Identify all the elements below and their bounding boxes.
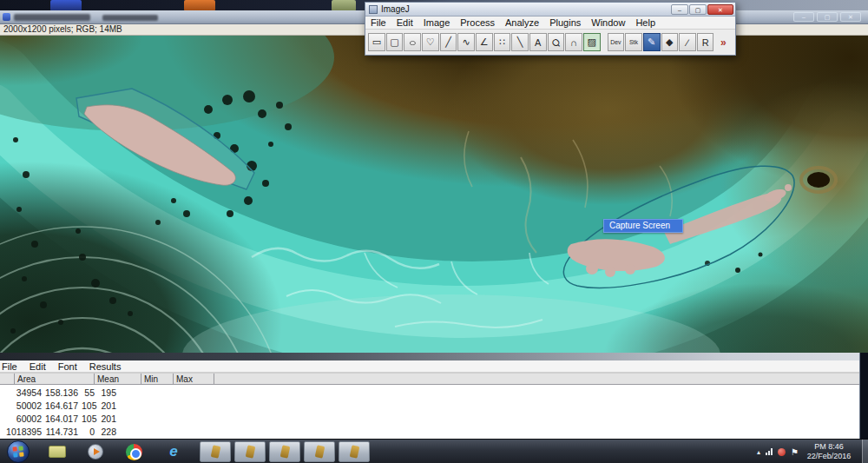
system-tray: ▴ ⚑ — [757, 440, 799, 463]
chrome-icon — [126, 444, 142, 460]
taskbar-app-window-button[interactable] — [234, 441, 266, 462]
taskbar-clock[interactable]: PM 8:46 22/Feb/2016 — [802, 442, 856, 461]
pencil-tool-icon[interactable]: ✎ — [643, 33, 661, 51]
menu-process[interactable]: Process — [455, 17, 500, 28]
segmented-line-tool-icon[interactable]: ∿ — [457, 33, 475, 51]
column-header-mean[interactable]: Mean — [95, 374, 141, 384]
oval-tool-icon[interactable]: ○ — [404, 33, 421, 51]
media-player-icon — [88, 444, 103, 460]
menu-file[interactable]: File — [365, 17, 391, 28]
freehand-tool-icon[interactable]: ♡ — [422, 33, 439, 51]
imagej-title: ImageJ — [381, 4, 410, 14]
results-menu-results[interactable]: Results — [83, 361, 128, 372]
table-row[interactable]: 34954 158.136 55 195 — [0, 387, 859, 400]
minimize-button[interactable]: – — [671, 4, 688, 15]
taskbar-libraries-button[interactable] — [42, 442, 73, 461]
minimize-button[interactable]: – — [793, 12, 814, 22]
imagej-app-icon — [210, 445, 220, 459]
menu-image[interactable]: Image — [418, 17, 456, 28]
internet-explorer-icon: e — [169, 443, 177, 460]
results-titlebar[interactable] — [0, 353, 859, 360]
folder-icon — [49, 446, 66, 458]
lut-tool-icon[interactable]: R — [697, 33, 714, 51]
tray-expand-icon[interactable]: ▴ — [757, 448, 760, 456]
taskbar-media-player-button[interactable] — [80, 442, 111, 461]
wand-tool-icon[interactable]: ╲ — [511, 33, 529, 51]
taskbar-app-window-button[interactable] — [339, 441, 370, 462]
angle-tool-icon[interactable]: ∠ — [476, 33, 493, 51]
color-picker-tool-icon[interactable]: ▨ — [583, 33, 601, 51]
image-window-title-blur — [102, 15, 158, 21]
start-button[interactable] — [7, 440, 30, 463]
brush-tool-icon[interactable]: ∕ — [679, 33, 696, 51]
stacks-menu-tool[interactable]: Stk — [625, 33, 642, 51]
table-row[interactable]: 1018395 114.731 0 228 — [0, 427, 859, 439]
taskbar-app-window-button[interactable] — [200, 441, 231, 462]
menu-help[interactable]: Help — [630, 17, 661, 28]
image-window-icon — [3, 13, 10, 21]
more-tools-icon[interactable]: » — [714, 33, 732, 51]
taskbar-chrome-button[interactable] — [118, 442, 149, 461]
reef-satellite-image — [0, 36, 868, 353]
menu-edit[interactable]: Edit — [391, 17, 418, 28]
table-row[interactable]: 50002 164.617 105 201 — [0, 400, 859, 413]
results-menu-edit[interactable]: Edit — [23, 361, 52, 372]
clock-date: 22/Feb/2016 — [802, 452, 856, 461]
dev-menu-tool[interactable]: Dev — [608, 33, 625, 51]
results-table-header: Area Mean Min Max — [0, 373, 859, 385]
column-header-index[interactable] — [0, 374, 15, 384]
image-window-title-blur — [14, 14, 90, 21]
point-tool-icon[interactable]: ∷ — [494, 33, 511, 51]
column-header-min[interactable]: Min — [141, 374, 174, 384]
clock-time: PM 8:46 — [802, 442, 856, 452]
satellite-image-window: – ▢ ✕ 2000x1200 pixels; RGB; 14MB — [0, 10, 868, 353]
imagej-app-icon — [279, 445, 290, 459]
results-menubar: File Edit Font Results — [0, 360, 859, 373]
imagej-window-controls: – ▢ ✕ — [671, 4, 733, 15]
taskbar-app-window-button[interactable] — [269, 441, 300, 462]
column-header-area[interactable]: Area — [15, 374, 95, 384]
capture-screen-label[interactable]: Capture Screen — [603, 219, 683, 233]
hand-tool-icon[interactable]: ∩ — [565, 33, 582, 51]
results-menu-file[interactable]: File — [0, 361, 23, 372]
rounded-rectangle-tool-icon[interactable]: ▢ — [386, 33, 404, 51]
column-header-max[interactable]: Max — [174, 374, 214, 384]
windows-logo-icon — [12, 446, 23, 457]
imagej-icon — [369, 5, 378, 14]
taskbar: e ▴ ⚑ PM 8:46 22/Feb/2016 — [0, 439, 868, 463]
menu-analyze[interactable]: Analyze — [500, 17, 544, 28]
results-menu-font[interactable]: Font — [52, 361, 83, 372]
reef-eye-spot — [807, 172, 830, 188]
maximize-button[interactable]: ▢ — [689, 4, 707, 15]
results-table-body: 34954 158.136 55 195 50002 164.617 105 2… — [0, 385, 859, 439]
text-tool-icon[interactable]: A — [529, 33, 547, 51]
close-button[interactable]: ✕ — [840, 12, 861, 22]
rectangle-tool-icon[interactable]: ▭ — [368, 33, 385, 51]
desktop-screen: – ▢ ✕ 2000x1200 pixels; RGB; 14MB — [0, 0, 868, 463]
image-window-controls: – ▢ ✕ — [793, 12, 861, 22]
show-desktop-button[interactable] — [862, 440, 868, 463]
imagej-window: ImageJ – ▢ ✕ File Edit Image Process Ana… — [365, 2, 736, 56]
magnifier-tool-icon[interactable]: Ϙ — [548, 33, 565, 51]
imagej-menubar: File Edit Image Process Analyze Plugins … — [365, 17, 735, 30]
action-center-flag-icon[interactable]: ⚑ — [791, 447, 799, 457]
imagej-toolbar: ▭ ▢ ○ ♡ ╱ ∿ ∠ ∷ ╲ A Ϙ ∩ ▨ Dev Stk ✎ ◆ ∕ … — [365, 30, 735, 55]
flood-fill-tool-icon[interactable]: ◆ — [661, 33, 679, 51]
imagej-app-icon — [349, 445, 359, 459]
notification-icon[interactable] — [778, 448, 786, 456]
results-window: File Edit Font Results Area Mean Min Max… — [0, 353, 860, 439]
imagej-titlebar[interactable]: ImageJ – ▢ ✕ — [365, 3, 735, 17]
imagej-app-icon — [245, 445, 255, 459]
table-row[interactable]: 60002 164.017 105 201 — [0, 413, 859, 427]
network-icon[interactable] — [766, 448, 773, 455]
maximize-button[interactable]: ▢ — [817, 12, 838, 22]
close-button[interactable]: ✕ — [707, 4, 733, 15]
menu-plugins[interactable]: Plugins — [544, 17, 586, 28]
taskbar-ie-button[interactable]: e — [158, 442, 189, 461]
taskbar-app-window-button[interactable] — [304, 441, 335, 462]
imagej-app-icon — [314, 445, 325, 459]
menu-window[interactable]: Window — [586, 17, 630, 28]
satellite-image-canvas[interactable] — [0, 36, 868, 353]
line-tool-icon[interactable]: ╱ — [440, 33, 457, 51]
